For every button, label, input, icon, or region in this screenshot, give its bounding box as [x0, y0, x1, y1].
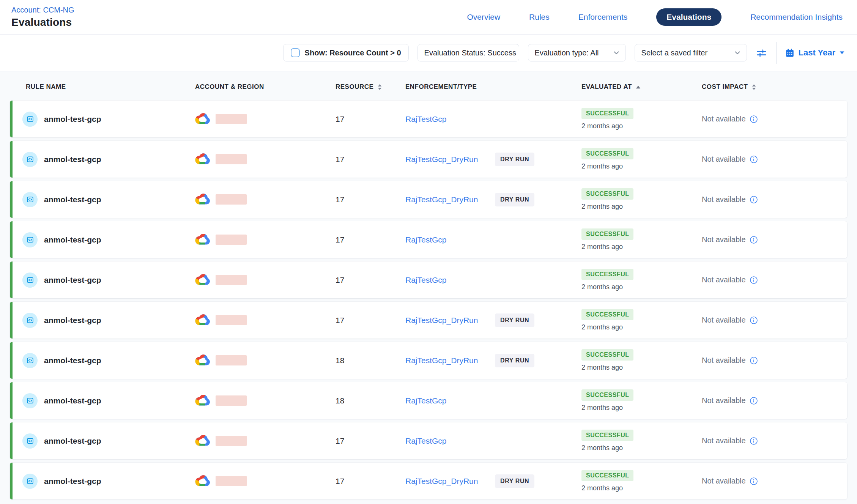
info-icon[interactable] [750, 276, 758, 284]
nav-item[interactable]: Recommendation Insights [750, 13, 843, 22]
column-header-label: RULE NAME [26, 83, 66, 91]
enforcement-link[interactable]: RajTestGcp_DryRun [405, 195, 495, 204]
resource-count: 17 [336, 436, 405, 446]
filter-settings-icon [756, 47, 767, 59]
saved-filter-dropdown[interactable]: Select a saved filter [635, 44, 747, 61]
table-row[interactable]: anmol-test-gcp 17 Ra [10, 422, 847, 459]
redacted-account-name [216, 194, 247, 205]
date-range-value: Last Year [799, 48, 835, 58]
column-header[interactable]: RULE NAME [13, 83, 195, 91]
table-row[interactable]: anmol-test-gcp 17 Ra [10, 221, 847, 258]
evaluation-type-dropdown[interactable]: Evaluation type: All [528, 44, 626, 61]
evaluation-status-dropdown[interactable]: Evaluation Status: Success [417, 44, 519, 61]
evaluated-at-cell: SUCCESSFUL 2 months ago [581, 389, 702, 412]
info-icon[interactable] [750, 477, 758, 485]
rule-avatar [22, 232, 38, 247]
cost-impact-cell: Not available [702, 155, 847, 164]
redacted-account-name [216, 114, 247, 124]
cost-impact-value: Not available [702, 235, 746, 244]
cost-impact-value: Not available [702, 477, 746, 485]
caret-down-icon [840, 51, 844, 54]
enforcement-link[interactable]: RajTestGcp [405, 396, 495, 405]
nav-item[interactable]: Rules [529, 13, 550, 22]
enforcement-link[interactable]: RajTestGcp_DryRun [405, 155, 495, 164]
redacted-account-name [216, 395, 247, 406]
rule-avatar [22, 192, 38, 207]
account-region-cell [195, 274, 336, 286]
filter-bar: Show: Resource Count > 0 Evaluation Stat… [0, 35, 857, 71]
resource-count-filter[interactable]: Show: Resource Count > 0 [283, 44, 409, 61]
code-rule-icon [26, 276, 34, 284]
nav-item[interactable]: Overview [467, 13, 501, 22]
evaluated-time: 2 months ago [581, 444, 623, 452]
nav-item[interactable]: Evaluations [656, 8, 722, 26]
table-row[interactable]: anmol-test-gcp 17 Ra [10, 141, 847, 178]
table-row[interactable]: anmol-test-gcp 17 Ra [10, 181, 847, 218]
info-icon[interactable] [750, 397, 758, 405]
info-icon[interactable] [750, 155, 758, 164]
table-row[interactable]: anmol-test-gcp 17 Ra [10, 463, 847, 499]
evaluated-at-cell: SUCCESSFUL 2 months ago [581, 470, 702, 492]
table-row[interactable]: anmol-test-gcp 17 Ra [10, 101, 847, 137]
account-region-cell [195, 475, 336, 487]
column-header[interactable]: COST IMPACT [702, 83, 847, 91]
sort-arrows-icon[interactable] [377, 84, 382, 90]
enforcement-link[interactable]: RajTestGcp [405, 436, 495, 446]
sort-arrows-icon[interactable] [751, 84, 756, 90]
enforcement-cell: RajTestGcp_DryRun DRY RUN [405, 354, 581, 367]
table-row[interactable]: anmol-test-gcp 17 Ra [10, 261, 847, 298]
info-icon[interactable] [750, 195, 758, 204]
resource-count-checkbox[interactable] [291, 48, 300, 57]
evaluations-content: RULE NAME ACCOUNT & REGION RESOURCE ENFO… [0, 71, 857, 499]
gcp-logo [195, 233, 211, 246]
evaluated-time: 2 months ago [581, 122, 623, 130]
info-icon[interactable] [750, 437, 758, 445]
resource-count: 17 [336, 235, 405, 244]
table-row[interactable]: anmol-test-gcp 18 Ra [10, 382, 847, 419]
enforcement-link[interactable]: RajTestGcp [405, 276, 495, 285]
column-header[interactable]: EVALUATED AT [581, 83, 702, 91]
enforcement-link[interactable]: RajTestGcp_DryRun [405, 316, 495, 325]
status-badge: SUCCESSFUL [581, 309, 633, 320]
filter-settings-button[interactable] [756, 47, 767, 59]
rule-name-cell: anmol-test-gcp [13, 433, 195, 449]
code-rule-icon [26, 236, 34, 244]
info-icon[interactable] [750, 356, 758, 365]
enforcement-link[interactable]: RajTestGcp [405, 235, 495, 244]
enforcement-link[interactable]: RajTestGcp_DryRun [405, 356, 495, 365]
resource-count: 17 [336, 276, 405, 285]
sort-ascending-icon[interactable] [636, 85, 641, 89]
code-rule-icon [26, 316, 34, 324]
evaluation-type-value: Evaluation type: All [535, 49, 599, 57]
column-header[interactable]: ACCOUNT & REGION [195, 83, 336, 91]
code-rule-icon [26, 397, 34, 405]
table-header-row: RULE NAME ACCOUNT & REGION RESOURCE ENFO… [10, 77, 847, 96]
enforcement-link[interactable]: RajTestGcp [405, 115, 495, 124]
resource-count: 17 [336, 195, 405, 204]
column-header-label: COST IMPACT [702, 83, 748, 91]
info-icon[interactable] [750, 316, 758, 324]
enforcement-link[interactable]: RajTestGcp_DryRun [405, 477, 495, 486]
nav-item[interactable]: Enforcements [578, 13, 628, 22]
code-rule-icon [26, 195, 34, 203]
date-range-picker[interactable]: Last Year [785, 48, 844, 58]
code-rule-icon [26, 477, 34, 485]
info-icon[interactable] [750, 115, 758, 123]
account-breadcrumb[interactable]: Account: CCM-NG [11, 6, 74, 14]
resource-count: 18 [336, 356, 405, 365]
rule-name: anmol-test-gcp [44, 115, 101, 124]
info-icon[interactable] [750, 236, 758, 244]
table-row[interactable]: anmol-test-gcp 17 Ra [10, 302, 847, 339]
redacted-account-name [216, 436, 247, 446]
status-badge: SUCCESSFUL [581, 430, 633, 441]
table-row[interactable]: anmol-test-gcp 18 Ra [10, 342, 847, 379]
rule-name: anmol-test-gcp [44, 235, 101, 244]
column-header[interactable]: ENFORCEMENT/TYPE [405, 83, 581, 91]
cost-impact-cell: Not available [702, 276, 847, 284]
code-rule-icon [26, 155, 34, 163]
column-header[interactable]: RESOURCE [336, 83, 405, 91]
nav-item-label: Enforcements [578, 13, 628, 21]
code-rule-icon [26, 115, 34, 123]
column-header-label: ACCOUNT & REGION [195, 83, 264, 91]
dry-run-badge: DRY RUN [495, 153, 534, 166]
